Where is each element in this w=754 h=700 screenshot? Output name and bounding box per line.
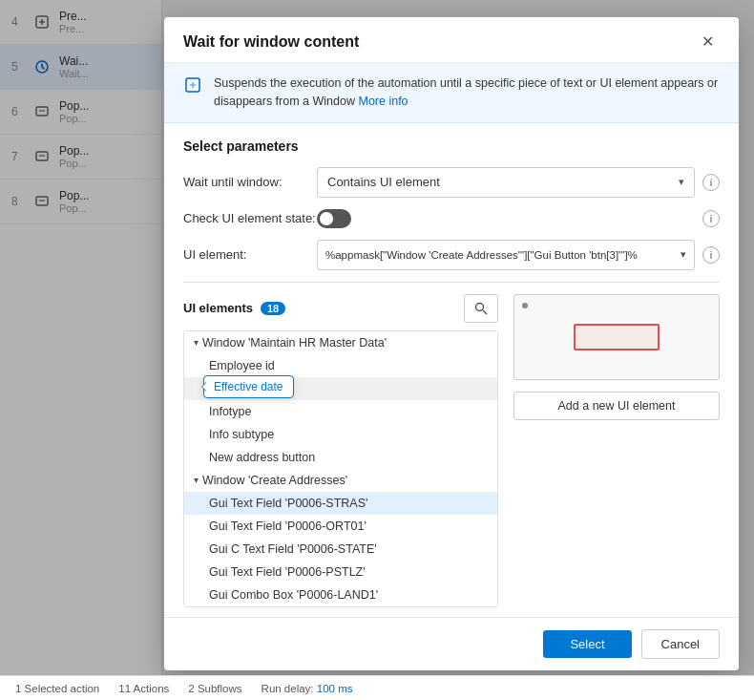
run-delay-value[interactable]: 100 ms	[317, 683, 353, 694]
info-banner-icon	[183, 75, 202, 95]
more-info-link[interactable]: More info	[358, 95, 408, 108]
ui-element-row: UI element: %appmask["Window 'Create Add…	[183, 240, 720, 270]
check-state-control: i	[317, 209, 720, 228]
tree-item-infotype[interactable]: Infotype	[184, 400, 497, 423]
actions-count: 11 Actions	[118, 683, 169, 694]
cancel-button[interactable]: Cancel	[641, 629, 720, 659]
check-state-label: Check UI element state:	[183, 211, 317, 225]
tree-group-2-header[interactable]: ▾ Window 'Create Addresses'	[184, 469, 497, 492]
tree-item-effective-date[interactable]: Effective date Effective date	[184, 377, 497, 400]
ui-tree-list: ▾ Window 'Maintain HR Master Data' Emplo…	[183, 330, 498, 607]
ui-element-info-icon[interactable]: i	[702, 246, 720, 264]
modal-footer: Select Cancel	[164, 617, 739, 670]
modal-body: Select parameters Wait until window: Con…	[164, 123, 739, 607]
ui-element-select[interactable]: %appmask["Window 'Create Addresses'"]["G…	[317, 240, 695, 270]
ui-element-control: %appmask["Window 'Create Addresses'"]["G…	[317, 240, 720, 270]
tree-item-employee-id[interactable]: Employee id	[184, 354, 497, 377]
chevron-down-icon-2: ▾	[681, 248, 686, 261]
modal-header: Wait for window content ✕	[164, 17, 739, 63]
group1-label: Window 'Maintain HR Master Data'	[202, 336, 387, 350]
ui-element-label: UI element:	[183, 247, 317, 262]
wait-for-window-modal: Wait for window content ✕ Suspends the e…	[164, 17, 739, 670]
tree-group-1-header[interactable]: ▾ Window 'Maintain HR Master Data'	[184, 331, 497, 354]
wait-until-select[interactable]: Contains UI element ▾	[317, 167, 695, 198]
wait-until-info-icon[interactable]: i	[702, 174, 720, 191]
svg-line-8	[483, 310, 487, 314]
item-label: New address button	[209, 451, 315, 464]
ui-elements-label: UI elements	[183, 301, 253, 315]
tree-item-state[interactable]: Gui C Text Field 'P0006-STATE'	[184, 538, 497, 561]
ui-elements-count-badge: 18	[261, 302, 285, 315]
item-label: Info subtype	[209, 428, 274, 441]
tree-item-new-address-button[interactable]: New address button	[184, 446, 497, 469]
modal-title: Wait for window content	[183, 33, 359, 51]
section-title: Select parameters	[183, 138, 720, 154]
ui-element-preview	[513, 294, 720, 380]
ui-elements-section: UI elements 18 ▾ Window 'Maintain HR Mas…	[183, 294, 720, 607]
item-label: Gui Text Field 'P0006-STRAS'	[209, 497, 367, 510]
info-banner: Suspends the execution of the automation…	[164, 63, 739, 123]
info-banner-text: Suspends the execution of the automation…	[214, 74, 720, 111]
item-label: Gui Text Field 'P0006-ORT01'	[209, 520, 367, 533]
toggle-thumb	[320, 212, 333, 225]
chevron-down-icon-4: ▾	[194, 475, 199, 485]
item-label: Gui Combo Box 'P0006-LAND1'	[209, 588, 378, 602]
search-box-container	[464, 294, 498, 323]
tree-item-stras[interactable]: Gui Text Field 'P0006-STRAS'	[184, 492, 497, 515]
tree-item-land1[interactable]: Gui Combo Box 'P0006-LAND1'	[184, 583, 497, 606]
status-bar: 1 Selected action 11 Actions 2 Subflows …	[0, 675, 754, 700]
tree-item-pstlz[interactable]: Gui Text Field 'P0006-PSTLZ'	[184, 561, 497, 583]
tree-item-btn11[interactable]: Gui Button 'btn[11]'	[184, 606, 497, 607]
item-label: Gui Text Field 'P0006-PSTLZ'	[209, 565, 366, 579]
group2-label: Window 'Create Addresses'	[202, 474, 347, 487]
preview-dot	[522, 303, 528, 308]
selected-action-count: 1 Selected action	[15, 683, 99, 694]
item-label: Employee id	[209, 359, 275, 372]
chevron-down-icon: ▾	[679, 176, 684, 188]
check-state-row: Check UI element state: i	[183, 209, 720, 228]
wait-until-control: Contains UI element ▾ i	[317, 167, 720, 198]
divider	[183, 282, 720, 283]
close-button[interactable]: ✕	[696, 31, 720, 53]
check-state-toggle[interactable]	[317, 209, 351, 228]
wait-until-row: Wait until window: Contains UI element ▾…	[183, 167, 720, 198]
ui-tree-panel: UI elements 18 ▾ Window 'Maintain HR Mas…	[183, 294, 498, 607]
chevron-down-icon-3: ▾	[194, 337, 199, 348]
ui-tree-header: UI elements 18	[183, 294, 498, 323]
item-label: Infotype	[209, 405, 251, 418]
preview-panel: Add a new UI element	[498, 294, 720, 607]
wait-until-label: Wait until window:	[183, 175, 317, 189]
search-box[interactable]	[464, 294, 498, 323]
tree-item-info-subtype[interactable]: Info subtype	[184, 423, 497, 446]
check-state-info-icon[interactable]: i	[702, 210, 720, 227]
item-label: Gui C Text Field 'P0006-STATE'	[209, 542, 377, 556]
svg-point-7	[476, 303, 484, 310]
add-new-ui-element-button[interactable]: Add a new UI element	[513, 392, 720, 420]
preview-inner	[574, 324, 660, 350]
subflows-count: 2 Subflows	[188, 683, 241, 694]
tree-item-ort01[interactable]: Gui Text Field 'P0006-ORT01'	[184, 515, 497, 538]
item-label: Effective date	[209, 382, 282, 395]
run-delay-label: Run delay: 100 ms	[262, 683, 353, 694]
select-button[interactable]: Select	[543, 630, 631, 658]
